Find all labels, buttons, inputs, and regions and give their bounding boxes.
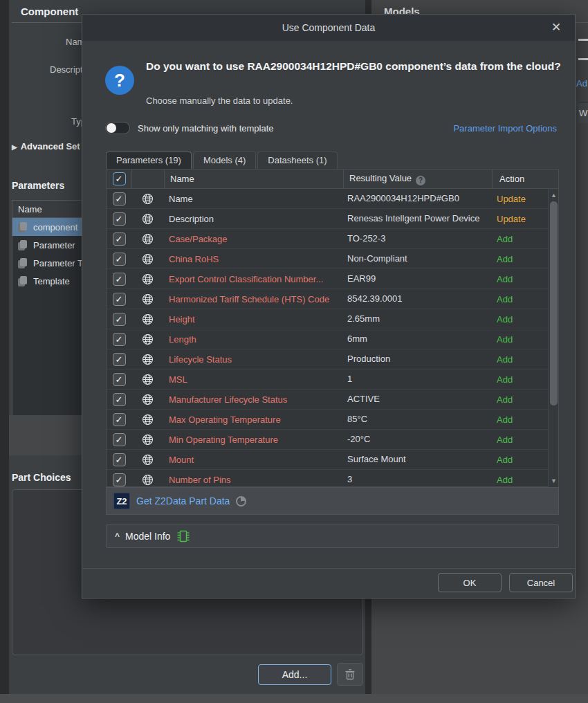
row-checkbox[interactable]: ✓ (113, 353, 126, 366)
expand-arrow-icon: ▶ (12, 143, 17, 151)
parameter-import-options-link[interactable]: Parameter Import Options (453, 123, 557, 134)
row-checkbox[interactable]: ✓ (113, 393, 126, 406)
table-row: ✓Number of Pins3Add (107, 470, 558, 487)
model-info-header[interactable]: ^ Model Info (106, 524, 559, 548)
document-icon (18, 258, 28, 268)
loading-pie-icon (236, 496, 246, 506)
parameter-list-item-label: Template (33, 276, 70, 286)
table-scrollbar[interactable]: ▲ ▼ (548, 189, 558, 487)
table-row: ✓MountSurface MountAdd (107, 450, 558, 470)
row-checkbox[interactable]: ✓ (113, 253, 126, 266)
row-checkbox[interactable]: ✓ (113, 313, 126, 326)
toggle-label: Show only matching with template (138, 123, 274, 134)
globe-icon (142, 374, 154, 385)
schematic-pin-fragment (578, 58, 588, 60)
parameter-name: Number of Pins (163, 475, 342, 485)
scrollbar-thumb[interactable] (550, 201, 558, 405)
row-checkbox[interactable]: ✓ (113, 293, 126, 306)
table-row: ✓Harmonized Tariff Schedule (HTS) Code85… (107, 289, 558, 309)
row-checkbox[interactable]: ✓ (113, 333, 126, 346)
table-row: ✓MSL1Add (107, 369, 558, 390)
get-z2data-bar[interactable]: Z2 Get Z2Data Part Data (106, 487, 559, 515)
matching-template-toggle[interactable] (105, 122, 130, 134)
globe-icon (142, 193, 154, 205)
select-all-checkbox[interactable]: ✓ (113, 172, 126, 185)
table-row: ✓Max Operating Temperature85°CAdd (107, 410, 558, 430)
globe-icon (142, 253, 154, 265)
parameter-name: Harmonized Tariff Schedule (HTS) Code (163, 294, 342, 304)
close-icon[interactable]: ✕ (549, 20, 564, 35)
resulting-value: Renesas Intellgent Power Device (342, 211, 490, 226)
table-row: ✓NameRAA2900034H12HPD#GB0Update (107, 189, 558, 209)
resulting-value: Non-Compliant (342, 251, 490, 266)
row-checkbox[interactable]: ✓ (113, 433, 126, 446)
globe-icon (142, 233, 154, 245)
parameters-section-title: Parameters (12, 180, 64, 191)
globe-icon (142, 414, 154, 426)
row-checkbox[interactable]: ✓ (113, 273, 126, 286)
parameter-list-item-label: component (33, 222, 77, 232)
column-header-resulting-value[interactable]: Resulting Value? (344, 173, 492, 185)
scroll-down-icon[interactable]: ▼ (549, 476, 559, 486)
row-checkbox[interactable]: ✓ (113, 192, 126, 206)
globe-icon (142, 313, 154, 325)
column-header-name[interactable]: Name (165, 174, 343, 184)
parameter-name: Export Control Classification Number... (163, 274, 342, 284)
ok-button[interactable]: OK (438, 573, 502, 592)
globe-icon (142, 434, 154, 446)
toggle-knob (107, 123, 116, 133)
scroll-up-icon[interactable]: ▲ (549, 190, 559, 200)
use-component-data-dialog: Use Component Data ✕ ? Do you want to us… (82, 14, 576, 599)
row-checkbox[interactable]: ✓ (113, 413, 126, 426)
row-checkbox[interactable]: ✓ (113, 373, 126, 386)
tab-models-4[interactable]: Models (4) (193, 152, 256, 169)
question-title: Do you want to use RAA2900034H12HPD#GB0 … (146, 58, 568, 75)
resulting-value: 3 (342, 472, 490, 487)
dialog-titlebar[interactable]: Use Component Data (82, 15, 575, 41)
table-row: ✓Height2.65mmAdd (107, 309, 558, 329)
parameters-table: ✓ Name Resulting Value? Action ✓NameRAA2… (106, 169, 559, 487)
parameter-name: Min Operating Temperature (163, 435, 342, 445)
chip-icon (176, 529, 191, 544)
document-icon (18, 276, 28, 286)
collapse-chevron-icon: ^ (115, 531, 120, 541)
models-row-fragment: W (578, 102, 588, 123)
question-icon: ? (105, 66, 134, 95)
table-row: ✓Case/PackageTO-252-3Add (107, 229, 558, 249)
row-checkbox[interactable]: ✓ (113, 232, 126, 246)
column-header-action[interactable]: Action (493, 174, 548, 184)
resulting-value: 1 (342, 372, 490, 387)
parameter-name: Lifecycle Status (163, 354, 342, 365)
parameter-list-item-label: Parameter T (33, 258, 83, 268)
resulting-value: TO-252-3 (342, 231, 490, 246)
models-add-link-fragment[interactable]: Ad (576, 78, 587, 89)
table-row: ✓Length6mmAdd (107, 329, 558, 349)
resulting-value: RAA2900034H12HPD#GB0 (342, 191, 490, 206)
table-header-row: ✓ Name Resulting Value? Action (107, 170, 558, 189)
table-row: ✓Min Operating Temperature-20°CAdd (107, 430, 558, 450)
add-part-choice-button[interactable]: Add... (258, 664, 331, 685)
tab-parameters-19[interactable]: Parameters (19) (106, 152, 192, 169)
dialog-title: Use Component Data (282, 22, 376, 33)
advanced-settings-toggle[interactable]: ▶Advanced Set (12, 141, 80, 152)
app-left-edge (0, 0, 9, 703)
resulting-value: EAR99 (342, 271, 490, 286)
row-checkbox[interactable]: ✓ (113, 473, 126, 486)
delete-button[interactable] (337, 663, 363, 686)
resulting-value: ACTIVE (342, 392, 490, 407)
globe-icon (142, 293, 154, 305)
trash-icon (345, 669, 355, 680)
parameter-name: Mount (163, 455, 342, 465)
tab-datasheets-1[interactable]: Datasheets (1) (257, 152, 337, 169)
row-checkbox[interactable]: ✓ (113, 212, 126, 226)
cancel-button[interactable]: Cancel (509, 573, 573, 592)
help-icon[interactable]: ? (416, 176, 425, 185)
document-icon (18, 240, 28, 250)
schematic-pin-fragment (578, 39, 588, 41)
parameter-name: MSL (163, 374, 342, 385)
globe-icon (142, 394, 154, 405)
row-checkbox[interactable]: ✓ (113, 453, 126, 466)
question-subtitle: Choose manually the data to update. (146, 95, 293, 106)
resulting-value: 6mm (342, 331, 490, 347)
parameter-name: Name (163, 194, 342, 204)
